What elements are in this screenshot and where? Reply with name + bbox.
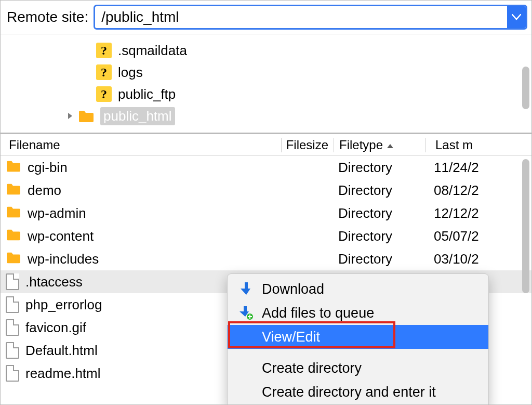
file-type: Directory [333,251,424,267]
folder-icon [6,251,21,268]
column-header-lastmodified[interactable]: Last m [426,138,531,152]
column-header-filetype[interactable]: Filetype [334,138,425,152]
tree-item-label: .sqmaildata [118,43,187,59]
file-row[interactable]: demo Directory 08/12/2 [1,179,531,202]
unknown-folder-icon: ? [96,64,112,80]
file-date: 12/12/2 [424,205,531,221]
file-icon [6,296,19,313]
file-name: wp-admin [28,205,86,221]
file-name: php_errorlog [25,297,102,313]
file-name: cgi-bin [28,160,68,176]
tree-item-selected[interactable]: public_html [1,105,531,127]
context-menu: Download Add files to queue View/Edit [227,273,489,404]
folder-icon [6,159,21,176]
folder-icon [6,228,21,245]
remote-site-row: Remote site: [1,1,531,34]
remote-tree-pane[interactable]: ? .sqmaildata ? logs ? public_ftp public… [1,34,531,134]
folder-icon [77,107,95,125]
column-header-filename[interactable]: Filename [1,138,281,152]
list-scrollbar[interactable] [522,159,529,293]
context-menu-download[interactable]: Download [228,277,488,301]
remote-site-dropdown-button[interactable] [507,6,526,28]
file-name: demo [28,182,61,199]
file-row[interactable]: cgi-bin Directory 11/24/2 [1,156,531,179]
context-menu-label: Download [262,281,324,297]
remote-file-list: Filename Filesize Filetype Last m cgi-bi… [1,134,531,404]
file-name: readme.html [25,365,101,382]
remote-site-label: Remote site: [7,9,88,25]
file-date: 08/12/2 [424,182,531,199]
column-header-filesize[interactable]: Filesize [282,138,334,152]
tree-scrollbar[interactable] [522,67,529,109]
file-icon [6,319,19,336]
tree-item[interactable]: ? public_ftp [1,83,531,105]
file-list-body[interactable]: cgi-bin Directory 11/24/2 demo Directory… [1,156,531,404]
context-menu-label: Add files to queue [262,305,374,321]
add-to-queue-icon [239,306,254,320]
sort-ascending-icon [386,138,394,152]
context-menu-label: Create directory and enter it [262,384,436,400]
file-icon [6,365,19,382]
remote-site-input[interactable] [95,6,507,28]
file-type: Directory [333,228,424,244]
folder-icon [6,182,21,199]
file-date: 11/24/2 [424,160,531,176]
folder-icon [6,205,21,222]
file-name: .htaccess [25,274,83,290]
unknown-folder-icon: ? [96,43,112,58]
file-date: 03/10/2 [424,251,531,267]
context-menu-view-edit[interactable]: View/Edit [228,325,488,349]
tree-item-label: public_html [100,107,175,125]
file-name: favicon.gif [25,320,86,336]
file-icon [6,342,19,359]
file-name: Default.html [25,343,98,359]
tree-item-label: logs [118,64,143,81]
file-list-header: Filename Filesize Filetype Last m [1,134,531,156]
file-type: Directory [333,182,424,199]
file-type: Directory [333,160,424,176]
file-date: 05/07/2 [424,228,531,244]
file-name: wp-includes [28,251,99,267]
file-row[interactable]: wp-includes Directory 03/10/2 [1,247,531,270]
context-menu-add-to-queue[interactable]: Add files to queue [228,301,488,325]
unknown-folder-icon: ? [96,86,112,102]
file-row[interactable]: wp-content Directory 05/07/2 [1,225,531,247]
download-icon [239,282,254,296]
context-menu-create-directory[interactable]: Create directory [228,356,488,380]
context-menu-label: View/Edit [262,329,320,345]
tree-item[interactable]: ? .sqmaildata [1,40,531,61]
column-header-filetype-label: Filetype [339,138,383,152]
file-name: wp-content [28,228,94,244]
file-row[interactable]: wp-admin Directory 12/12/2 [1,202,531,225]
chevron-down-icon [512,14,521,20]
remote-site-combo[interactable] [94,5,527,30]
context-menu-create-directory-enter[interactable]: Create directory and enter it [228,380,488,404]
file-type: Directory [333,205,424,221]
file-icon [6,273,19,290]
disclosure-triangle-icon[interactable] [63,112,77,120]
tree-item[interactable]: ? logs [1,61,531,83]
context-menu-label: Create directory [262,360,362,376]
tree-item-label: public_ftp [118,86,176,102]
